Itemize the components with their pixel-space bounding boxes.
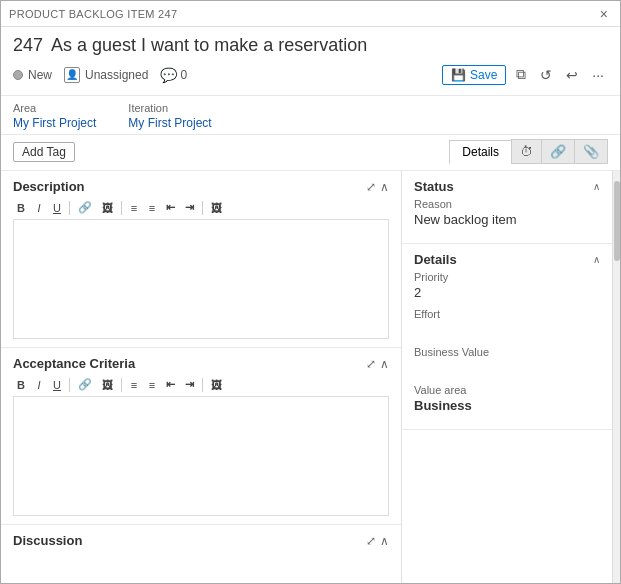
value-area-label: Value area (414, 384, 600, 396)
details-section-header: Details ∧ (414, 252, 600, 267)
toolbar-sep-2 (121, 201, 122, 215)
area-field: Area My First Project (13, 102, 96, 130)
bold-button[interactable]: B (13, 201, 29, 215)
comment-icon: 💬 (160, 67, 177, 83)
collapse-icon[interactable]: ∧ (380, 180, 389, 194)
comment-badge[interactable]: 💬 0 (160, 67, 187, 83)
link-button[interactable]: 🔗 (74, 200, 96, 215)
status-section: Status ∧ Reason New backlog item (402, 171, 612, 244)
discussion-header: Discussion ⤢ ∧ (13, 533, 389, 548)
ac-indent-button[interactable]: ⇥ (181, 377, 198, 392)
right-panel: Status ∧ Reason New backlog item Details… (402, 171, 612, 583)
outdent-button[interactable]: ⇤ (162, 200, 179, 215)
discussion-expand-icon[interactable]: ⤢ (366, 534, 376, 548)
description-editor-toolbar: B I U 🔗 🖼 ≡ ≡ ⇤ ⇥ 🖼 (13, 200, 389, 215)
ac-link-button[interactable]: 🔗 (74, 377, 96, 392)
iteration-value[interactable]: My First Project (128, 116, 211, 130)
description-editor[interactable] (13, 219, 389, 339)
toolbar-sep-3 (202, 201, 203, 215)
undo-button[interactable]: ↩ (562, 65, 582, 85)
ac-expand-icon[interactable]: ⤢ (366, 357, 376, 371)
status-section-header: Status ∧ (414, 179, 600, 194)
ul-button[interactable]: ≡ (126, 201, 142, 215)
status-badge[interactable]: New (13, 68, 52, 82)
status-chevron-icon[interactable]: ∧ (593, 181, 600, 192)
toolbar-row: New 👤 Unassigned 💬 0 💾 Save ⧉ ↺ ↩ ··· (13, 64, 608, 85)
underline-button[interactable]: U (49, 201, 65, 215)
ac-ol-button[interactable]: ≡ (144, 378, 160, 392)
acceptance-criteria-editor[interactable] (13, 396, 389, 516)
italic-button[interactable]: I (31, 201, 47, 215)
save-button[interactable]: 💾 Save (442, 65, 506, 85)
description-section: Description ⤢ ∧ B I U 🔗 🖼 ≡ ≡ ⇤ (1, 171, 401, 348)
header: 247 As a guest I want to make a reservat… (1, 27, 620, 96)
main-window: PRODUCT BACKLOG ITEM 247 × 247 As a gues… (0, 0, 621, 584)
priority-value[interactable]: 2 (414, 285, 600, 300)
refresh-button[interactable]: ↺ (536, 65, 556, 85)
tab-details[interactable]: Details (449, 140, 511, 164)
discussion-collapse-icon[interactable]: ∧ (380, 534, 389, 548)
main-content: Description ⤢ ∧ B I U 🔗 🖼 ≡ ≡ ⇤ (1, 171, 620, 583)
tab-links[interactable]: 🔗 (541, 139, 574, 164)
ac-bold-button[interactable]: B (13, 378, 29, 392)
assignee-badge[interactable]: 👤 Unassigned (64, 67, 148, 83)
ac-italic-button[interactable]: I (31, 378, 47, 392)
ac-toolbar-sep-1 (69, 378, 70, 392)
effort-field-group: Effort (414, 308, 600, 338)
media-button[interactable]: 🖼 (207, 201, 226, 215)
acceptance-section-icons: ⤢ ∧ (366, 357, 389, 371)
description-header: Description ⤢ ∧ (13, 179, 389, 194)
discussion-section: Discussion ⤢ ∧ (1, 525, 401, 583)
iteration-field: Iteration My First Project (128, 102, 211, 130)
value-area-field-group: Value area Business (414, 384, 600, 413)
window-title: PRODUCT BACKLOG ITEM 247 (9, 8, 177, 20)
scrollbar-thumb[interactable] (614, 181, 620, 261)
close-button[interactable]: × (596, 6, 612, 22)
expand-icon[interactable]: ⤢ (366, 180, 376, 194)
discussion-section-icons: ⤢ ∧ (366, 534, 389, 548)
copy-button[interactable]: ⧉ (512, 64, 530, 85)
acceptance-title: Acceptance Criteria (13, 356, 135, 371)
ac-toolbar-sep-2 (121, 378, 122, 392)
item-title-row: 247 As a guest I want to make a reservat… (13, 35, 608, 56)
reason-label: Reason (414, 198, 600, 210)
status-label: New (28, 68, 52, 82)
description-title: Description (13, 179, 85, 194)
priority-field-group: Priority 2 (414, 271, 600, 300)
reason-value: New backlog item (414, 212, 600, 227)
priority-label: Priority (414, 271, 600, 283)
business-value-value[interactable] (414, 360, 600, 376)
item-title: As a guest I want to make a reservation (51, 35, 367, 56)
effort-value[interactable] (414, 322, 600, 338)
effort-label: Effort (414, 308, 600, 320)
details-section: Details ∧ Priority 2 Effort Business Val… (402, 244, 612, 430)
more-button[interactable]: ··· (588, 65, 608, 85)
details-chevron-icon[interactable]: ∧ (593, 254, 600, 265)
assignee-icon: 👤 (64, 67, 80, 83)
reason-field-group: Reason New backlog item (414, 198, 600, 227)
ac-ul-button[interactable]: ≡ (126, 378, 142, 392)
toolbar-actions: 💾 Save ⧉ ↺ ↩ ··· (442, 64, 608, 85)
area-label: Area (13, 102, 96, 114)
image-button[interactable]: 🖼 (98, 201, 117, 215)
add-tag-button[interactable]: Add Tag (13, 142, 75, 162)
ac-underline-button[interactable]: U (49, 378, 65, 392)
business-value-label: Business Value (414, 346, 600, 358)
details-section-title: Details (414, 252, 457, 267)
tab-attachments[interactable]: 📎 (574, 139, 608, 164)
discussion-title: Discussion (13, 533, 82, 548)
scrollbar[interactable] (612, 171, 620, 583)
indent-button[interactable]: ⇥ (181, 200, 198, 215)
value-area-value[interactable]: Business (414, 398, 600, 413)
status-dot-icon (13, 70, 23, 80)
meta-row: Area My First Project Iteration My First… (1, 96, 620, 135)
area-value[interactable]: My First Project (13, 116, 96, 130)
title-bar: PRODUCT BACKLOG ITEM 247 × (1, 1, 620, 27)
tab-history[interactable]: ⏱ (511, 139, 541, 164)
ac-media-button[interactable]: 🖼 (207, 378, 226, 392)
ac-outdent-button[interactable]: ⇤ (162, 377, 179, 392)
ac-collapse-icon[interactable]: ∧ (380, 357, 389, 371)
acceptance-header: Acceptance Criteria ⤢ ∧ (13, 356, 389, 371)
ac-image-button[interactable]: 🖼 (98, 378, 117, 392)
ol-button[interactable]: ≡ (144, 201, 160, 215)
